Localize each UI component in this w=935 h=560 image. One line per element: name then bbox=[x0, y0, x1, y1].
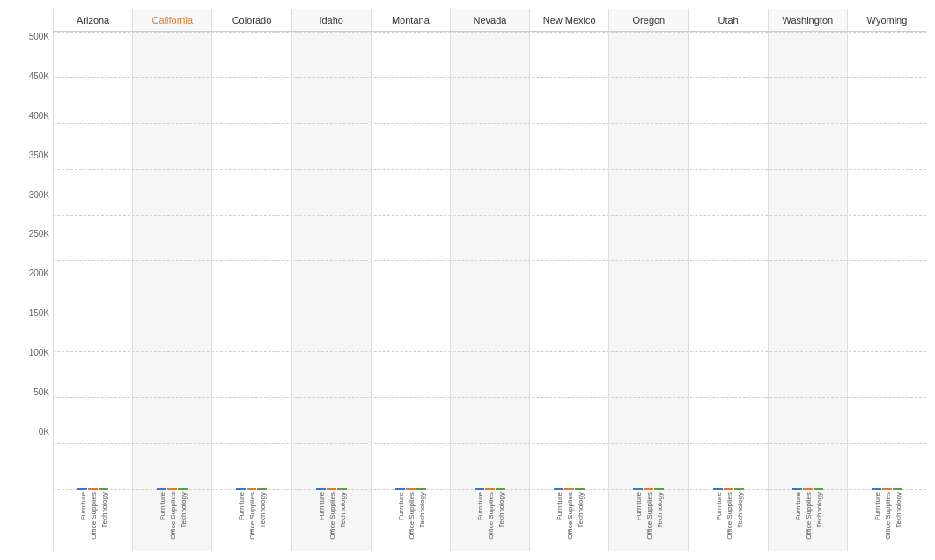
footer-cell-idaho: FurnitureOffice SuppliesTechnology bbox=[291, 490, 371, 551]
footer-cell-colorado: FurnitureOffice SuppliesTechnology bbox=[211, 490, 291, 551]
y-tick-500K: 500K bbox=[29, 32, 49, 41]
bar-idaho-technology bbox=[337, 488, 347, 490]
x-label-technology: Technology bbox=[257, 492, 267, 530]
footer-cell-new-mexico: FurnitureOffice SuppliesTechnology bbox=[529, 490, 608, 551]
x-label-furniture: Furniture bbox=[157, 492, 166, 523]
state-col-arizona bbox=[53, 32, 132, 490]
state-header-new-mexico: New Mexico bbox=[529, 9, 608, 31]
bar-washington-office-supplies bbox=[803, 488, 813, 490]
footer-cell-montana: FurnitureOffice SuppliesTechnology bbox=[371, 490, 450, 551]
bars-layer bbox=[53, 32, 926, 490]
state-header-colorado: Colorado bbox=[211, 9, 291, 31]
inner-row: 500K450K400K350K300K250K200K150K100K50K0… bbox=[18, 32, 926, 490]
state-col-wyoming bbox=[847, 32, 926, 490]
state-header-montana: Montana bbox=[371, 9, 450, 31]
y-tick-400K: 400K bbox=[29, 111, 49, 121]
bar-arizona-technology bbox=[99, 488, 108, 490]
bar-group-montana bbox=[395, 488, 426, 490]
bar-group-wyoming bbox=[872, 488, 902, 490]
chart-area: ArizonaCaliforniaColoradoIdahoMontanaNev… bbox=[18, 9, 926, 551]
bar-nevada-technology bbox=[496, 488, 505, 490]
x-label-furniture: Furniture bbox=[395, 492, 405, 523]
footer-cell-california: FurnitureOffice SuppliesTechnology bbox=[132, 490, 211, 551]
state-header-utah: Utah bbox=[688, 9, 768, 31]
bar-new-mexico-technology bbox=[575, 488, 585, 490]
x-label-furniture: Furniture bbox=[554, 492, 563, 523]
bar-oregon-office-supplies bbox=[644, 488, 653, 490]
x-label-technology: Technology bbox=[178, 492, 188, 530]
bar-idaho-office-supplies bbox=[327, 488, 336, 490]
footer-cell-nevada: FurnitureOffice SuppliesTechnology bbox=[450, 490, 529, 551]
bar-group-california bbox=[157, 488, 188, 490]
state-col-washington bbox=[768, 32, 847, 490]
x-label-office-supplies: Office Supplies bbox=[564, 492, 574, 542]
y-tick-300K: 300K bbox=[29, 190, 49, 200]
bar-california-technology bbox=[178, 488, 188, 490]
bar-utah-office-supplies bbox=[724, 488, 733, 490]
x-label-technology: Technology bbox=[734, 492, 744, 530]
bar-nevada-furniture bbox=[475, 488, 484, 490]
bar-arizona-furniture bbox=[77, 488, 87, 490]
state-col-idaho bbox=[291, 32, 371, 490]
bar-idaho-furniture bbox=[316, 488, 326, 490]
bar-wyoming-technology bbox=[893, 488, 902, 490]
x-label-furniture: Furniture bbox=[792, 492, 802, 523]
bar-arizona-office-supplies bbox=[88, 488, 98, 490]
bar-group-idaho bbox=[316, 488, 347, 490]
bar-nevada-office-supplies bbox=[485, 488, 495, 490]
y-tick-250K: 250K bbox=[29, 229, 49, 239]
footer-cell-wyoming: FurnitureOffice SuppliesTechnology bbox=[847, 490, 926, 551]
x-label-office-supplies: Office Supplies bbox=[327, 492, 336, 542]
x-label-technology: Technology bbox=[575, 492, 585, 530]
x-label-office-supplies: Office Supplies bbox=[167, 492, 177, 542]
bar-oregon-furniture bbox=[633, 488, 643, 490]
bar-group-nevada bbox=[475, 488, 505, 490]
bar-new-mexico-office-supplies bbox=[564, 488, 574, 490]
bar-group-utah bbox=[713, 488, 744, 490]
x-label-office-supplies: Office Supplies bbox=[803, 492, 813, 542]
x-label-furniture: Furniture bbox=[713, 492, 723, 523]
x-label-technology: Technology bbox=[99, 492, 108, 530]
bar-group-arizona bbox=[77, 488, 108, 490]
footer-cell-oregon: FurnitureOffice SuppliesTechnology bbox=[608, 490, 688, 551]
x-label-furniture: Furniture bbox=[316, 492, 326, 523]
y-tick-350K: 350K bbox=[29, 151, 49, 160]
y-axis-area: 500K450K400K350K300K250K200K150K100K50K0… bbox=[18, 32, 53, 490]
x-label-technology: Technology bbox=[814, 492, 823, 530]
bar-california-office-supplies bbox=[167, 488, 177, 490]
bar-wyoming-furniture bbox=[872, 488, 881, 490]
x-label-office-supplies: Office Supplies bbox=[882, 492, 892, 542]
bar-montana-office-supplies bbox=[406, 488, 416, 490]
bar-california-furniture bbox=[157, 488, 166, 490]
state-col-california bbox=[132, 32, 211, 490]
y-tick-150K: 150K bbox=[29, 308, 49, 318]
state-col-nevada bbox=[450, 32, 529, 490]
bars-and-grid bbox=[53, 32, 926, 490]
y-tick-0K: 0K bbox=[39, 427, 49, 437]
state-col-colorado bbox=[211, 32, 291, 490]
footer-cell-utah: FurnitureOffice SuppliesTechnology bbox=[688, 490, 768, 551]
state-header-oregon: Oregon bbox=[608, 9, 688, 31]
x-labels-row: FurnitureOffice SuppliesTechnologyFurnit… bbox=[53, 490, 926, 551]
state-header-idaho: Idaho bbox=[291, 9, 371, 31]
bar-group-new-mexico bbox=[554, 488, 585, 490]
footer-cell-arizona: FurnitureOffice SuppliesTechnology bbox=[53, 490, 132, 551]
bar-utah-technology bbox=[734, 488, 744, 490]
x-label-office-supplies: Office Supplies bbox=[88, 492, 98, 542]
bar-new-mexico-furniture bbox=[554, 488, 563, 490]
y-tick-200K: 200K bbox=[29, 269, 49, 278]
y-tick-100K: 100K bbox=[29, 348, 49, 357]
bar-utah-furniture bbox=[713, 488, 723, 490]
bar-wyoming-office-supplies bbox=[882, 488, 892, 490]
bar-montana-technology bbox=[416, 488, 426, 490]
state-header-arizona: Arizona bbox=[53, 9, 132, 31]
x-label-office-supplies: Office Supplies bbox=[644, 492, 653, 542]
x-label-technology: Technology bbox=[496, 492, 505, 530]
bar-colorado-office-supplies bbox=[247, 488, 256, 490]
x-label-furniture: Furniture bbox=[633, 492, 643, 523]
grid-and-bars bbox=[53, 32, 926, 490]
state-header-california: California bbox=[132, 9, 211, 31]
state-col-new-mexico bbox=[529, 32, 608, 490]
bar-washington-furniture bbox=[792, 488, 802, 490]
bar-group-washington bbox=[792, 488, 823, 490]
